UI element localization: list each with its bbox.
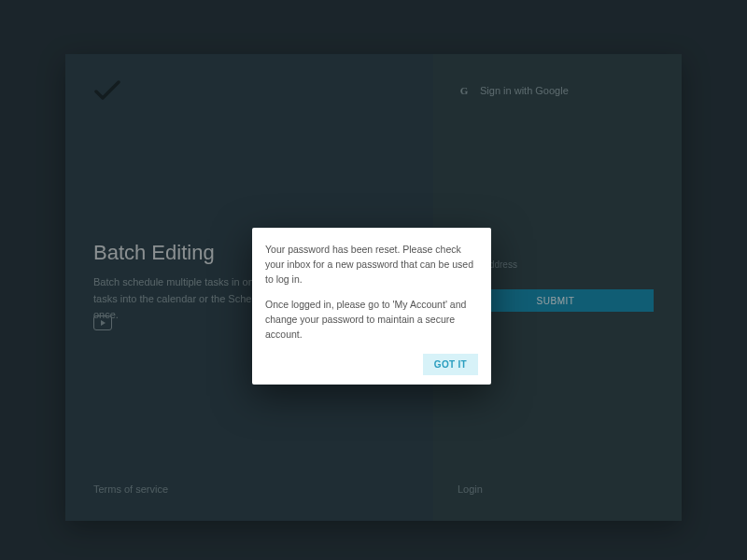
got-it-button[interactable]: GOT IT (423, 354, 478, 375)
dialog-actions: GOT IT (265, 354, 478, 375)
dialog-message-1: Your password has been reset. Please che… (265, 243, 478, 287)
dialog-message-2: Once logged in, please go to 'My Account… (265, 298, 478, 342)
password-reset-dialog: Your password has been reset. Please che… (252, 228, 491, 385)
